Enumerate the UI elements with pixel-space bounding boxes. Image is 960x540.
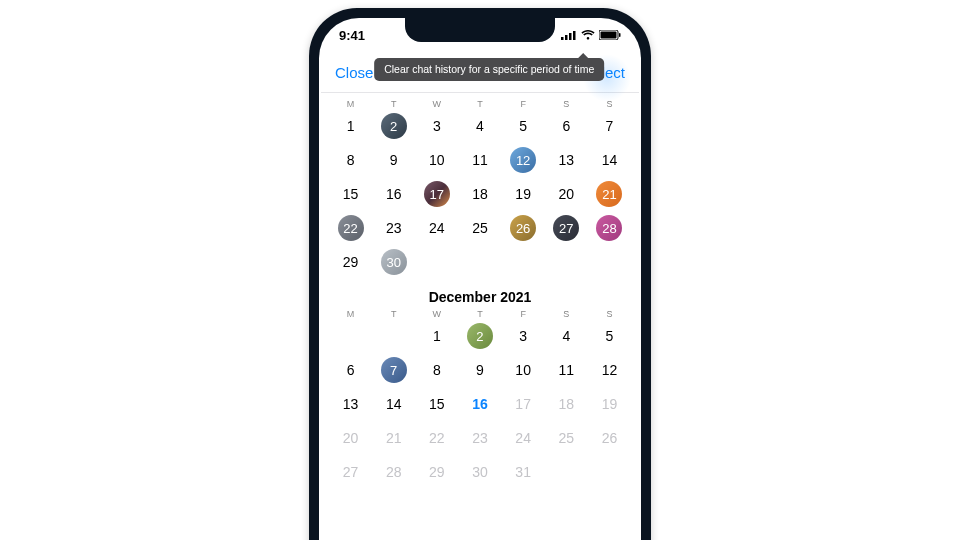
- weekday-row: MTWTFSS: [329, 99, 631, 109]
- day-media-bubble[interactable]: 2: [467, 323, 493, 349]
- day-cell[interactable]: 17: [415, 177, 458, 211]
- day-cell[interactable]: 6: [545, 109, 588, 143]
- day-cell[interactable]: 11: [545, 353, 588, 387]
- cellular-icon: [561, 30, 577, 40]
- day-cell[interactable]: 5: [502, 109, 545, 143]
- day-cell[interactable]: 19: [588, 387, 631, 421]
- day-cell[interactable]: 25: [545, 421, 588, 455]
- day-cell[interactable]: 16: [372, 177, 415, 211]
- day-cell[interactable]: 3: [415, 109, 458, 143]
- day-cell-blank: [372, 319, 415, 353]
- day-cell[interactable]: 28: [588, 211, 631, 245]
- weekday-label: S: [588, 99, 631, 109]
- day-cell[interactable]: 12: [502, 143, 545, 177]
- close-button[interactable]: Close: [335, 64, 373, 81]
- weekday-label: F: [502, 309, 545, 319]
- day-media-bubble[interactable]: 7: [381, 357, 407, 383]
- day-cell[interactable]: 9: [372, 143, 415, 177]
- weekday-label: W: [415, 309, 458, 319]
- day-cell[interactable]: 8: [329, 143, 372, 177]
- day-cell[interactable]: 16: [458, 387, 501, 421]
- day-cell[interactable]: 13: [329, 387, 372, 421]
- weekday-label: F: [502, 99, 545, 109]
- day-cell[interactable]: 10: [415, 143, 458, 177]
- weekday-label: S: [588, 309, 631, 319]
- day-cell[interactable]: 5: [588, 319, 631, 353]
- svg-rect-5: [601, 32, 617, 39]
- day-cell[interactable]: 21: [588, 177, 631, 211]
- day-cell[interactable]: 2: [458, 319, 501, 353]
- svg-rect-6: [619, 33, 621, 37]
- day-cell[interactable]: 19: [502, 177, 545, 211]
- day-media-bubble[interactable]: 12: [510, 147, 536, 173]
- day-cell[interactable]: 10: [502, 353, 545, 387]
- day-media-bubble[interactable]: 2: [381, 113, 407, 139]
- day-media-bubble[interactable]: 27: [553, 215, 579, 241]
- day-cell[interactable]: 20: [545, 177, 588, 211]
- day-media-bubble[interactable]: 26: [510, 215, 536, 241]
- day-cell[interactable]: 24: [502, 421, 545, 455]
- day-media-bubble[interactable]: 21: [596, 181, 622, 207]
- weekday-label: T: [458, 99, 501, 109]
- month-grid: 1234567891011121314151617181920212223242…: [329, 319, 631, 489]
- day-cell[interactable]: 1: [415, 319, 458, 353]
- svg-rect-3: [573, 31, 576, 40]
- phone-frame: 9:41 Close Calendar Select Clear chat hi: [309, 8, 651, 540]
- day-cell-blank: [329, 319, 372, 353]
- battery-icon: [599, 30, 621, 40]
- day-media-bubble[interactable]: 17: [424, 181, 450, 207]
- day-media-bubble[interactable]: 30: [381, 249, 407, 275]
- day-cell[interactable]: 22: [329, 211, 372, 245]
- day-cell[interactable]: 1: [329, 109, 372, 143]
- weekday-row: MTWTFSS: [329, 309, 631, 319]
- day-cell[interactable]: 28: [372, 455, 415, 489]
- day-cell[interactable]: 27: [329, 455, 372, 489]
- day-cell[interactable]: 7: [372, 353, 415, 387]
- calendar-body: MTWTFSS123456789101112131415161718192021…: [321, 93, 639, 497]
- day-cell[interactable]: 21: [372, 421, 415, 455]
- day-cell[interactable]: 18: [545, 387, 588, 421]
- day-cell[interactable]: 26: [502, 211, 545, 245]
- day-cell[interactable]: 3: [502, 319, 545, 353]
- wifi-icon: [581, 30, 595, 40]
- phone-screen: 9:41 Close Calendar Select Clear chat hi: [319, 18, 641, 540]
- status-icons: [561, 30, 621, 40]
- notch: [405, 18, 555, 42]
- day-cell[interactable]: 8: [415, 353, 458, 387]
- day-cell[interactable]: 23: [458, 421, 501, 455]
- day-cell[interactable]: 14: [588, 143, 631, 177]
- day-media-bubble[interactable]: 28: [596, 215, 622, 241]
- weekday-label: S: [545, 99, 588, 109]
- day-cell[interactable]: 17: [502, 387, 545, 421]
- day-cell[interactable]: 14: [372, 387, 415, 421]
- day-cell[interactable]: 23: [372, 211, 415, 245]
- day-cell[interactable]: 26: [588, 421, 631, 455]
- day-cell[interactable]: 29: [329, 245, 372, 279]
- tooltip: Clear chat history for a specific period…: [374, 58, 604, 81]
- day-cell[interactable]: 15: [329, 177, 372, 211]
- weekday-label: M: [329, 99, 372, 109]
- day-cell[interactable]: 15: [415, 387, 458, 421]
- day-cell[interactable]: 4: [545, 319, 588, 353]
- day-cell[interactable]: 20: [329, 421, 372, 455]
- day-cell[interactable]: 29: [415, 455, 458, 489]
- weekday-label: M: [329, 309, 372, 319]
- day-cell[interactable]: 25: [458, 211, 501, 245]
- day-cell[interactable]: 9: [458, 353, 501, 387]
- day-cell[interactable]: 7: [588, 109, 631, 143]
- svg-rect-1: [565, 35, 568, 40]
- day-cell[interactable]: 30: [372, 245, 415, 279]
- day-cell[interactable]: 12: [588, 353, 631, 387]
- day-cell[interactable]: 4: [458, 109, 501, 143]
- day-cell[interactable]: 30: [458, 455, 501, 489]
- day-cell[interactable]: 27: [545, 211, 588, 245]
- day-cell[interactable]: 24: [415, 211, 458, 245]
- day-cell[interactable]: 31: [502, 455, 545, 489]
- day-media-bubble[interactable]: 22: [338, 215, 364, 241]
- day-cell[interactable]: 11: [458, 143, 501, 177]
- day-cell[interactable]: 6: [329, 353, 372, 387]
- day-cell[interactable]: 18: [458, 177, 501, 211]
- day-cell[interactable]: 13: [545, 143, 588, 177]
- day-cell[interactable]: 22: [415, 421, 458, 455]
- day-cell[interactable]: 2: [372, 109, 415, 143]
